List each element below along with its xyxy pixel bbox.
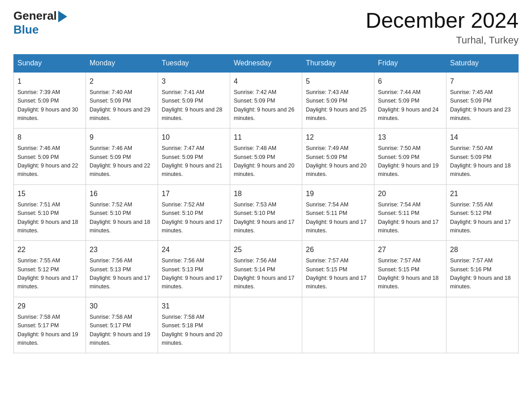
col-monday: Monday [86,54,158,72]
table-row [374,297,446,353]
table-row: 27Sunrise: 7:57 AMSunset: 5:15 PMDayligh… [374,241,446,297]
day-info: Sunrise: 7:50 AMSunset: 5:09 PMDaylight:… [378,144,442,179]
table-row: 28Sunrise: 7:57 AMSunset: 5:16 PMDayligh… [446,241,519,297]
day-info: Sunrise: 7:41 AMSunset: 5:09 PMDaylight:… [162,88,226,123]
day-info: Sunrise: 7:58 AMSunset: 5:17 PMDaylight:… [90,313,154,348]
table-row [302,297,374,353]
table-row: 11Sunrise: 7:48 AMSunset: 5:09 PMDayligh… [230,128,302,185]
col-sunday: Sunday [14,54,86,72]
day-info: Sunrise: 7:58 AMSunset: 5:18 PMDaylight:… [162,313,226,348]
day-number: 19 [306,188,370,199]
table-row [446,297,519,353]
table-row: 19Sunrise: 7:54 AMSunset: 5:11 PMDayligh… [302,184,374,241]
day-info: Sunrise: 7:52 AMSunset: 5:10 PMDaylight:… [90,201,154,235]
table-row: 20Sunrise: 7:54 AMSunset: 5:11 PMDayligh… [374,184,446,241]
table-row: 16Sunrise: 7:52 AMSunset: 5:10 PMDayligh… [86,184,158,241]
day-number: 7 [450,76,515,87]
table-row: 24Sunrise: 7:56 AMSunset: 5:13 PMDayligh… [158,241,230,297]
day-info: Sunrise: 7:43 AMSunset: 5:09 PMDaylight:… [306,88,370,123]
day-info: Sunrise: 7:53 AMSunset: 5:10 PMDaylight:… [234,201,298,235]
calendar-table: Sunday Monday Tuesday Wednesday Thursday… [13,54,519,354]
table-row [230,297,302,353]
day-info: Sunrise: 7:47 AMSunset: 5:09 PMDaylight:… [162,144,226,179]
day-number: 24 [162,244,226,255]
day-info: Sunrise: 7:51 AMSunset: 5:10 PMDaylight:… [17,201,82,235]
day-number: 1 [17,76,82,87]
day-info: Sunrise: 7:52 AMSunset: 5:10 PMDaylight:… [162,201,226,235]
calendar-week-row: 8Sunrise: 7:46 AMSunset: 5:09 PMDaylight… [14,128,519,185]
title-block: December 2024 Turhal, Turkey [365,9,519,46]
col-tuesday: Tuesday [158,54,230,72]
day-number: 10 [162,132,226,143]
day-info: Sunrise: 7:56 AMSunset: 5:13 PMDaylight:… [90,257,154,291]
day-number: 23 [90,244,154,255]
table-row: 30Sunrise: 7:58 AMSunset: 5:17 PMDayligh… [86,297,158,353]
day-number: 20 [378,188,442,199]
day-info: Sunrise: 7:58 AMSunset: 5:17 PMDaylight:… [17,313,82,348]
month-year-title: December 2024 [365,9,519,33]
day-info: Sunrise: 7:54 AMSunset: 5:11 PMDaylight:… [378,201,442,235]
table-row: 18Sunrise: 7:53 AMSunset: 5:10 PMDayligh… [230,184,302,241]
day-number: 2 [90,76,154,87]
day-info: Sunrise: 7:45 AMSunset: 5:09 PMDaylight:… [450,88,515,123]
day-number: 30 [90,301,154,312]
page-header: General Blue December 2024 Turhal, Turke… [13,9,519,46]
col-wednesday: Wednesday [230,54,302,72]
logo-arrow-icon [58,11,67,22]
day-number: 28 [450,244,515,255]
day-number: 21 [450,188,515,199]
calendar-week-row: 1Sunrise: 7:39 AMSunset: 5:09 PMDaylight… [14,72,519,128]
table-row: 23Sunrise: 7:56 AMSunset: 5:13 PMDayligh… [86,241,158,297]
table-row: 22Sunrise: 7:55 AMSunset: 5:12 PMDayligh… [14,241,86,297]
day-info: Sunrise: 7:55 AMSunset: 5:12 PMDaylight:… [17,257,82,291]
day-number: 14 [450,132,515,143]
calendar-week-row: 29Sunrise: 7:58 AMSunset: 5:17 PMDayligh… [14,297,519,353]
day-info: Sunrise: 7:40 AMSunset: 5:09 PMDaylight:… [90,88,154,123]
table-row: 12Sunrise: 7:49 AMSunset: 5:09 PMDayligh… [302,128,374,185]
col-friday: Friday [374,54,446,72]
day-info: Sunrise: 7:42 AMSunset: 5:09 PMDaylight:… [234,88,298,123]
table-row: 15Sunrise: 7:51 AMSunset: 5:10 PMDayligh… [14,184,86,241]
day-info: Sunrise: 7:54 AMSunset: 5:11 PMDaylight:… [306,201,370,235]
table-row: 9Sunrise: 7:46 AMSunset: 5:09 PMDaylight… [86,128,158,185]
day-number: 4 [234,76,298,87]
table-row: 3Sunrise: 7:41 AMSunset: 5:09 PMDaylight… [158,72,230,128]
table-row: 26Sunrise: 7:57 AMSunset: 5:15 PMDayligh… [302,241,374,297]
day-info: Sunrise: 7:57 AMSunset: 5:15 PMDaylight:… [306,257,370,291]
day-info: Sunrise: 7:57 AMSunset: 5:16 PMDaylight:… [450,257,515,291]
day-number: 13 [378,132,442,143]
logo-blue-text: Blue [13,23,67,37]
table-row: 17Sunrise: 7:52 AMSunset: 5:10 PMDayligh… [158,184,230,241]
table-row: 29Sunrise: 7:58 AMSunset: 5:17 PMDayligh… [14,297,86,353]
calendar-week-row: 15Sunrise: 7:51 AMSunset: 5:10 PMDayligh… [14,184,519,241]
day-number: 9 [90,132,154,143]
day-info: Sunrise: 7:56 AMSunset: 5:14 PMDaylight:… [234,257,298,291]
day-number: 6 [378,76,442,87]
day-info: Sunrise: 7:48 AMSunset: 5:09 PMDaylight:… [234,144,298,179]
day-number: 27 [378,244,442,255]
location-subtitle: Turhal, Turkey [365,34,519,46]
table-row: 14Sunrise: 7:50 AMSunset: 5:09 PMDayligh… [446,128,519,185]
table-row: 31Sunrise: 7:58 AMSunset: 5:18 PMDayligh… [158,297,230,353]
day-info: Sunrise: 7:39 AMSunset: 5:09 PMDaylight:… [17,88,82,123]
day-number: 16 [90,188,154,199]
table-row: 6Sunrise: 7:44 AMSunset: 5:09 PMDaylight… [374,72,446,128]
day-info: Sunrise: 7:57 AMSunset: 5:15 PMDaylight:… [378,257,442,291]
table-row: 13Sunrise: 7:50 AMSunset: 5:09 PMDayligh… [374,128,446,185]
logo-general-text: General [13,9,57,23]
day-number: 31 [162,301,226,312]
day-info: Sunrise: 7:46 AMSunset: 5:09 PMDaylight:… [17,144,82,179]
table-row: 7Sunrise: 7:45 AMSunset: 5:09 PMDaylight… [446,72,519,128]
day-info: Sunrise: 7:56 AMSunset: 5:13 PMDaylight:… [162,257,226,291]
table-row: 5Sunrise: 7:43 AMSunset: 5:09 PMDaylight… [302,72,374,128]
table-row: 10Sunrise: 7:47 AMSunset: 5:09 PMDayligh… [158,128,230,185]
col-thursday: Thursday [302,54,374,72]
day-number: 12 [306,132,370,143]
day-number: 17 [162,188,226,199]
day-info: Sunrise: 7:50 AMSunset: 5:09 PMDaylight:… [450,144,515,179]
day-number: 18 [234,188,298,199]
table-row: 25Sunrise: 7:56 AMSunset: 5:14 PMDayligh… [230,241,302,297]
day-info: Sunrise: 7:46 AMSunset: 5:09 PMDaylight:… [90,144,154,179]
day-number: 22 [17,244,82,255]
table-row: 2Sunrise: 7:40 AMSunset: 5:09 PMDaylight… [86,72,158,128]
